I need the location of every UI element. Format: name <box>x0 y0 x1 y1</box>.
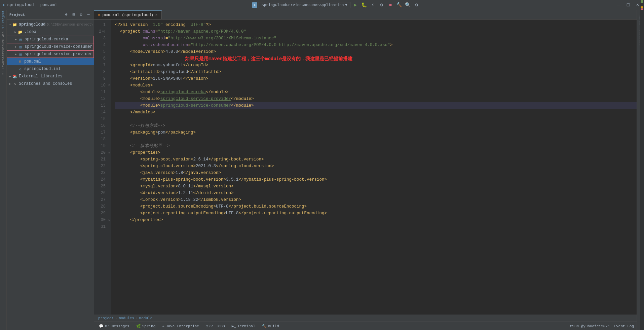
spaces-4 <box>115 42 143 48</box>
report-enc-tag: <project.reporting.outputEncoding> <box>140 210 226 217</box>
tree-item-scratches[interactable]: ▶ ✎ Scratches and Consoles <box>7 80 94 87</box>
project-tool-tab[interactable]: 1: Project <box>0 13 6 26</box>
build-tab[interactable]: 🔨 Build <box>260 323 281 330</box>
code-line-27: <lombok.version>1.18.22</lombok.version> <box>115 196 637 203</box>
scratches-icon: ✎ <box>12 81 17 86</box>
messages-tab[interactable]: 💬 0: Messages <box>97 323 131 330</box>
tree-item-iml[interactable]: ◇ springcloud.iml <box>7 65 94 73</box>
editor-tab-pom[interactable]: m pom.xml (springcloud) × <box>94 10 162 19</box>
window-maximize-button[interactable]: □ <box>624 1 632 9</box>
spaces-25 <box>115 183 140 190</box>
event-log: Event Log <box>614 324 634 328</box>
spaces-3 <box>115 35 143 42</box>
groupid-tag: <groupId> <box>130 62 153 69</box>
breadcrumb-module[interactable]: module <box>139 316 153 320</box>
todo-tab[interactable]: ☑ 6: TODO <box>204 323 227 330</box>
tree-item-root[interactable]: ▾ 📁 springcloud D:\IDEA\person-project\ <box>7 21 94 28</box>
source-enc-val: UTF-8 <box>216 203 229 210</box>
java-enterprise-tab[interactable]: ☕ Java Enterprise <box>160 323 201 330</box>
file-name: pom.xml <box>40 3 57 7</box>
xml-version-val: "1.0" <box>150 22 163 28</box>
ln-31: 31 <box>94 223 108 230</box>
project-open-end: > <box>390 42 393 48</box>
spaces-5 <box>115 48 130 55</box>
run-button[interactable]: ▶ <box>352 1 359 9</box>
ln-26: 26 <box>94 190 108 196</box>
ln-12: 12 <box>94 96 108 102</box>
tree-item-idea[interactable]: ▶ 📁 .idea <box>7 28 94 36</box>
fold-20: ⊟ <box>109 149 110 156</box>
properties-tag: <properties> <box>130 149 160 156</box>
breadcrumb-modules[interactable]: modules <box>119 316 134 320</box>
module3-close: </module> <box>231 102 254 109</box>
code-line-11: <module>springcloud-eureka</module> <box>115 89 637 96</box>
ln-17: 17 <box>94 129 108 136</box>
druid-tag: <druid.version> <box>140 190 178 196</box>
collapse-all-icon[interactable]: ⊟ <box>71 12 76 17</box>
mybatis-val: 3.5.1 <box>226 176 239 183</box>
tab-label: pom.xml (springcloud) <box>103 13 153 17</box>
code-line-5: <modelVersion>4.0.0</modelVersion> <box>115 48 637 55</box>
ln-16: 16 <box>94 122 108 129</box>
code-line-16: <!--打包方式--> <box>115 122 637 129</box>
window-minimize-button[interactable]: ─ <box>615 1 622 9</box>
tree-item-consumer[interactable]: ▶ ▤ springcloud-service-consumer <box>7 43 94 50</box>
fold-30: ⊟ <box>109 217 110 223</box>
tree-item-external-libs[interactable]: ▶ 📚 External Libraries <box>7 73 94 80</box>
favorites-tool-tab[interactable]: 2: Favorites <box>0 57 6 71</box>
tree-arrow-root: ▾ <box>8 23 12 27</box>
xml-enc-val: "UTF-8" <box>188 22 206 28</box>
mybatis-tag: <mybatis-plus-spring-boot.version> <box>140 176 226 183</box>
run-config-selector[interactable]: SpringCloudServiceConsumerApplication ▼ <box>259 2 350 8</box>
title-bar: ▶ springcloud – pom.xml S SpringCloudSer… <box>0 0 644 10</box>
debug-button[interactable]: 🐛 <box>361 1 368 9</box>
terminal-tab[interactable]: ▶_ Terminal <box>230 323 257 330</box>
tree-item-pom[interactable]: m pom.xml <box>7 58 94 65</box>
module-icon-eureka: ▤ <box>18 37 23 42</box>
tree-label-idea: .idea <box>24 30 36 34</box>
bottom-status-bar: 💬 0: Messages 🌿 Spring ☕ Java Enterprise… <box>94 322 637 330</box>
search-everywhere-button[interactable]: 🔍 <box>404 1 412 9</box>
project-tree: ▾ 📁 springcloud D:\IDEA\person-project\ … <box>7 20 94 330</box>
ln-25: 25 <box>94 183 108 190</box>
spring-tab[interactable]: 🌿 Spring <box>134 323 158 330</box>
ln-11: 11 <box>94 89 108 96</box>
spaces-21 <box>115 156 140 163</box>
ln-30: 30⊟ <box>94 217 108 223</box>
profile-button[interactable]: ⚙ <box>378 1 385 9</box>
xml-decl: <?xml version= <box>115 22 150 28</box>
library-icon: 📚 <box>12 74 17 79</box>
sb-ver-close: </spring-boot.version> <box>209 156 264 163</box>
lombok-tag: <lombok.version> <box>140 196 181 203</box>
modules-close: </modules> <box>130 109 155 116</box>
tree-item-eureka[interactable]: ▶ ▤ springcloud-eureka <box>7 36 94 43</box>
artifactid-close: </artifactId> <box>188 69 221 75</box>
locate-icon[interactable]: ⊕ <box>64 12 69 17</box>
code-line-30: </properties> <box>115 217 637 223</box>
run-with-coverage-button[interactable]: ⚡ <box>369 1 377 9</box>
tab-close-button[interactable]: × <box>155 13 158 17</box>
lombok-close: </lombok.version> <box>198 196 241 203</box>
tree-label-eureka: springcloud-eureka <box>25 37 68 42</box>
hide-icon[interactable]: — <box>86 12 91 17</box>
xmlns-attr: xmlns <box>143 28 156 35</box>
druid-val: 1.2.11 <box>178 190 193 196</box>
run-config-arrow: ▼ <box>345 3 347 7</box>
build-button[interactable]: 🔨 <box>395 1 403 9</box>
settings-icon[interactable]: ⚙ <box>78 12 84 17</box>
code-editor[interactable]: <?xml version="1.0" encoding="UTF-8"?> <… <box>111 20 637 315</box>
build-label: Build <box>268 324 279 328</box>
ln-14: 14 <box>94 109 108 116</box>
spaces-23 <box>115 170 140 176</box>
sc-ver-tag: <spring-cloud.version> <box>140 163 196 170</box>
module-icon-provider: ▤ <box>18 51 23 57</box>
code-line-23: <java.version>1.8</java.version> <box>115 170 637 176</box>
breadcrumb-project[interactable]: project <box>98 316 114 320</box>
settings-button[interactable]: ⚙ <box>413 1 420 9</box>
editor-tabs: m pom.xml (springcloud) × <box>94 10 637 20</box>
eq3: = <box>188 42 191 48</box>
xml-icon-pom: m <box>17 59 23 64</box>
tree-item-provider[interactable]: ▶ ▤ springcloud-service-provider <box>7 50 94 58</box>
stop-button[interactable]: ■ <box>387 1 394 9</box>
report-enc-val: UTF-8 <box>226 210 239 217</box>
